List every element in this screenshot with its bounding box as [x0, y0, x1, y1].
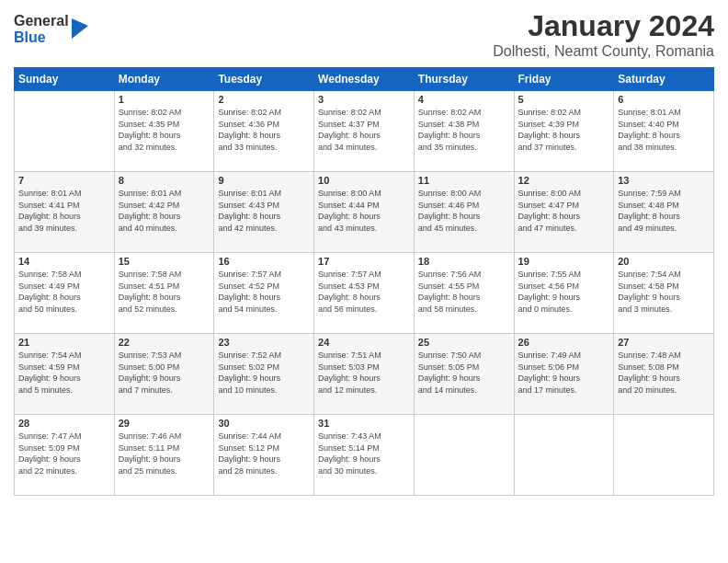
month-title: January 2024: [493, 9, 714, 43]
logo: General Blue: [14, 13, 88, 45]
calendar-cell: 9Sunrise: 8:01 AM Sunset: 4:43 PM Daylig…: [214, 172, 314, 253]
day-number: 20: [618, 256, 710, 267]
day-number: 6: [618, 94, 710, 105]
day-number: 26: [518, 337, 610, 348]
calendar-cell: 7Sunrise: 8:01 AM Sunset: 4:41 PM Daylig…: [15, 172, 115, 253]
calendar-cell: 18Sunrise: 7:56 AM Sunset: 4:55 PM Dayli…: [414, 253, 514, 334]
calendar-cell: 27Sunrise: 7:48 AM Sunset: 5:08 PM Dayli…: [614, 334, 714, 415]
day-number: 5: [518, 94, 610, 105]
day-number: 19: [518, 256, 610, 267]
cell-content: Sunrise: 7:52 AM Sunset: 5:02 PM Dayligh…: [218, 350, 310, 396]
day-number: 4: [418, 94, 510, 105]
calendar-cell: [15, 91, 115, 172]
cell-content: Sunrise: 8:00 AM Sunset: 4:44 PM Dayligh…: [318, 188, 410, 234]
cell-content: Sunrise: 8:00 AM Sunset: 4:47 PM Dayligh…: [518, 188, 610, 234]
day-number: 7: [18, 175, 110, 186]
cell-content: Sunrise: 8:02 AM Sunset: 4:36 PM Dayligh…: [218, 107, 310, 153]
cell-content: Sunrise: 7:43 AM Sunset: 5:14 PM Dayligh…: [318, 431, 410, 477]
cell-content: Sunrise: 7:58 AM Sunset: 4:49 PM Dayligh…: [18, 269, 110, 315]
calendar-cell: [614, 415, 714, 496]
cell-content: Sunrise: 8:02 AM Sunset: 4:38 PM Dayligh…: [418, 107, 510, 153]
cell-content: Sunrise: 7:55 AM Sunset: 4:56 PM Dayligh…: [518, 269, 610, 315]
calendar-cell: 15Sunrise: 7:58 AM Sunset: 4:51 PM Dayli…: [114, 253, 214, 334]
calendar-cell: 13Sunrise: 7:59 AM Sunset: 4:48 PM Dayli…: [614, 172, 714, 253]
cell-content: Sunrise: 8:02 AM Sunset: 4:35 PM Dayligh…: [119, 107, 210, 153]
calendar-cell: 16Sunrise: 7:57 AM Sunset: 4:52 PM Dayli…: [214, 253, 314, 334]
calendar-cell: 11Sunrise: 8:00 AM Sunset: 4:46 PM Dayli…: [414, 172, 514, 253]
cell-content: Sunrise: 7:47 AM Sunset: 5:09 PM Dayligh…: [18, 431, 110, 477]
cell-content: Sunrise: 7:57 AM Sunset: 4:52 PM Dayligh…: [218, 269, 310, 315]
cell-content: Sunrise: 7:46 AM Sunset: 5:11 PM Dayligh…: [119, 431, 210, 477]
calendar-cell: [514, 415, 614, 496]
day-number: 8: [119, 175, 210, 186]
day-number: 11: [418, 175, 510, 186]
logo-blue: Blue: [14, 29, 69, 46]
calendar-table: SundayMondayTuesdayWednesdayThursdayFrid…: [14, 67, 714, 496]
calendar-cell: 2Sunrise: 8:02 AM Sunset: 4:36 PM Daylig…: [214, 91, 314, 172]
day-header-thursday: Thursday: [414, 68, 514, 91]
cell-content: Sunrise: 8:00 AM Sunset: 4:46 PM Dayligh…: [418, 188, 510, 234]
calendar-cell: 23Sunrise: 7:52 AM Sunset: 5:02 PM Dayli…: [214, 334, 314, 415]
svg-marker-0: [72, 18, 88, 39]
calendar-cell: 1Sunrise: 8:02 AM Sunset: 4:35 PM Daylig…: [114, 91, 214, 172]
cell-content: Sunrise: 8:01 AM Sunset: 4:40 PM Dayligh…: [618, 107, 710, 153]
calendar-cell: 24Sunrise: 7:51 AM Sunset: 5:03 PM Dayli…: [314, 334, 415, 415]
week-row-2: 7Sunrise: 8:01 AM Sunset: 4:41 PM Daylig…: [15, 172, 714, 253]
cell-content: Sunrise: 8:01 AM Sunset: 4:41 PM Dayligh…: [18, 188, 110, 234]
day-number: 28: [18, 418, 110, 429]
calendar-cell: 5Sunrise: 8:02 AM Sunset: 4:39 PM Daylig…: [514, 91, 614, 172]
calendar-cell: 3Sunrise: 8:02 AM Sunset: 4:37 PM Daylig…: [314, 91, 415, 172]
day-number: 14: [18, 256, 110, 267]
day-header-wednesday: Wednesday: [314, 68, 415, 91]
week-row-3: 14Sunrise: 7:58 AM Sunset: 4:49 PM Dayli…: [15, 253, 714, 334]
cell-content: Sunrise: 7:48 AM Sunset: 5:08 PM Dayligh…: [618, 350, 710, 396]
day-number: 22: [119, 337, 210, 348]
week-row-4: 21Sunrise: 7:54 AM Sunset: 4:59 PM Dayli…: [15, 334, 714, 415]
calendar-cell: 8Sunrise: 8:01 AM Sunset: 4:42 PM Daylig…: [114, 172, 214, 253]
day-number: 2: [218, 94, 310, 105]
cell-content: Sunrise: 7:56 AM Sunset: 4:55 PM Dayligh…: [418, 269, 510, 315]
day-number: 18: [418, 256, 510, 267]
day-header-friday: Friday: [514, 68, 614, 91]
cell-content: Sunrise: 7:53 AM Sunset: 5:00 PM Dayligh…: [119, 350, 210, 396]
day-header-monday: Monday: [114, 68, 214, 91]
day-number: 24: [318, 337, 410, 348]
calendar-cell: 22Sunrise: 7:53 AM Sunset: 5:00 PM Dayli…: [114, 334, 214, 415]
day-header-sunday: Sunday: [15, 68, 115, 91]
logo-icon: [72, 18, 88, 39]
day-number: 13: [618, 175, 710, 186]
cell-content: Sunrise: 7:54 AM Sunset: 4:58 PM Dayligh…: [618, 269, 710, 315]
header-row: SundayMondayTuesdayWednesdayThursdayFrid…: [15, 68, 714, 91]
day-header-tuesday: Tuesday: [214, 68, 314, 91]
day-number: 9: [218, 175, 310, 186]
calendar-cell: 19Sunrise: 7:55 AM Sunset: 4:56 PM Dayli…: [514, 253, 614, 334]
logo-text: General Blue: [14, 13, 69, 45]
cell-content: Sunrise: 7:44 AM Sunset: 5:12 PM Dayligh…: [218, 431, 310, 477]
day-number: 16: [218, 256, 310, 267]
day-number: 25: [418, 337, 510, 348]
week-row-5: 28Sunrise: 7:47 AM Sunset: 5:09 PM Dayli…: [15, 415, 714, 496]
subtitle: Dolhesti, Neamt County, Romania: [493, 43, 714, 60]
day-number: 3: [318, 94, 410, 105]
calendar-cell: 30Sunrise: 7:44 AM Sunset: 5:12 PM Dayli…: [214, 415, 314, 496]
day-number: 30: [218, 418, 310, 429]
cell-content: Sunrise: 7:50 AM Sunset: 5:05 PM Dayligh…: [418, 350, 510, 396]
calendar-cell: [414, 415, 514, 496]
day-number: 10: [318, 175, 410, 186]
day-number: 31: [318, 418, 410, 429]
day-number: 21: [18, 337, 110, 348]
cell-content: Sunrise: 8:01 AM Sunset: 4:43 PM Dayligh…: [218, 188, 310, 234]
calendar-cell: 29Sunrise: 7:46 AM Sunset: 5:11 PM Dayli…: [114, 415, 214, 496]
cell-content: Sunrise: 7:57 AM Sunset: 4:53 PM Dayligh…: [318, 269, 410, 315]
cell-content: Sunrise: 8:02 AM Sunset: 4:37 PM Dayligh…: [318, 107, 410, 153]
cell-content: Sunrise: 7:58 AM Sunset: 4:51 PM Dayligh…: [119, 269, 210, 315]
calendar-cell: 21Sunrise: 7:54 AM Sunset: 4:59 PM Dayli…: [15, 334, 115, 415]
calendar-cell: 6Sunrise: 8:01 AM Sunset: 4:40 PM Daylig…: [614, 91, 714, 172]
calendar-cell: 26Sunrise: 7:49 AM Sunset: 5:06 PM Dayli…: [514, 334, 614, 415]
day-number: 1: [119, 94, 210, 105]
cell-content: Sunrise: 8:02 AM Sunset: 4:39 PM Dayligh…: [518, 107, 610, 153]
day-number: 23: [218, 337, 310, 348]
calendar-cell: 12Sunrise: 8:00 AM Sunset: 4:47 PM Dayli…: [514, 172, 614, 253]
cell-content: Sunrise: 7:59 AM Sunset: 4:48 PM Dayligh…: [618, 188, 710, 234]
day-number: 15: [119, 256, 210, 267]
